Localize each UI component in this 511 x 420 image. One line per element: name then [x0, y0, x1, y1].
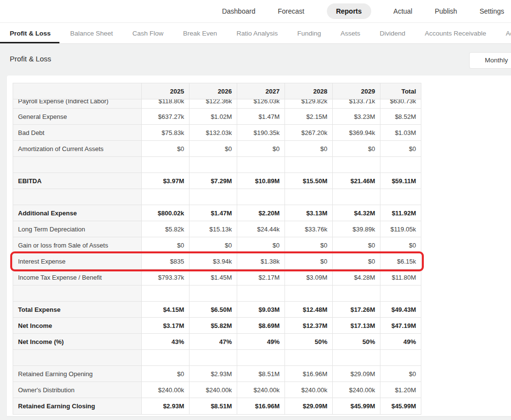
cell-2028: $33.76k	[285, 221, 333, 237]
row-label: Amortization of Current Assets	[13, 141, 142, 157]
cell-2026	[189, 157, 237, 173]
cell-2027	[237, 286, 285, 302]
cell-total: $11.92M	[380, 205, 421, 221]
cell-total: $1.03M	[380, 125, 421, 141]
nav-item-actual[interactable]: Actual	[394, 3, 413, 19]
cell-2026: $0	[189, 237, 237, 253]
cell-2025: $0	[142, 366, 189, 382]
tab-balance-sheet[interactable]: Balance Sheet	[70, 23, 113, 43]
cell-2028: $0	[285, 253, 333, 269]
cell-total: 49%	[380, 334, 421, 350]
cell-2029: $3.23M	[333, 109, 380, 125]
cell-2027: $8.51M	[237, 366, 285, 382]
cell-total: $119.05k	[380, 221, 421, 237]
cell-2026: $5.82M	[189, 318, 237, 334]
cell-2027	[237, 157, 285, 173]
cell-2029: $0	[333, 237, 380, 253]
column-header-2025: 2025	[142, 83, 189, 99]
table-spacer-row	[13, 286, 421, 302]
cell-2029: $240.00k	[333, 382, 380, 398]
profit-loss-table: 20252026202720282029TotalPayroll Expense…	[13, 83, 421, 415]
table-row: Payroll Expense (Indirect Labor)$118.80k…	[13, 99, 421, 109]
cell-2026: $240.00k	[189, 382, 237, 398]
table-spacer-row	[13, 189, 421, 205]
period-selector-button[interactable]: Monthly	[469, 52, 511, 69]
cell-2026: $132.03k	[189, 125, 237, 141]
tab-dividend[interactable]: Dividend	[380, 23, 406, 43]
cell-2029: $4.32M	[333, 205, 380, 221]
nav-item-settings[interactable]: Settings	[479, 3, 504, 19]
cell-2025	[142, 189, 189, 205]
cell-2025: $0	[142, 141, 189, 157]
cell-total: $59.11M	[380, 173, 421, 189]
cell-2028: $0	[285, 141, 333, 157]
nav-item-reports[interactable]: Reports	[327, 3, 371, 19]
tab-cash-flow[interactable]: Cash Flow	[132, 23, 164, 43]
tab-accounts-receivable[interactable]: Accounts Receivable	[425, 23, 486, 43]
column-header-2026: 2026	[189, 83, 237, 99]
cell-2029: $39.89k	[333, 221, 380, 237]
cell-2028: $3.09M	[285, 269, 333, 286]
cell-2025: $75.83k	[142, 125, 189, 141]
cell-2027: 49%	[237, 334, 285, 350]
cell-2025: $3.17M	[142, 318, 189, 334]
cell-2026: $6.50M	[189, 302, 237, 318]
row-label: Additional Expense	[13, 205, 142, 221]
cell-total: $0	[380, 141, 421, 157]
cell-total: $45.99M	[380, 398, 421, 414]
cell-2028: $2.15M	[285, 109, 333, 125]
cell-2028: $16.96M	[285, 366, 333, 382]
cell-2028: $29.09M	[285, 398, 333, 414]
column-header-blank	[13, 83, 142, 99]
cell-2027: $9.03M	[237, 302, 285, 318]
cell-2026: $122.36k	[189, 99, 237, 109]
cell-2029: $0	[333, 141, 380, 157]
row-label: Net Income (%)	[13, 334, 142, 350]
cell-2029: $45.99M	[333, 398, 380, 414]
cell-total: $6.15k	[380, 253, 421, 269]
nav-item-forecast[interactable]: Forecast	[278, 3, 304, 19]
nav-item-dashboard[interactable]: Dashboard	[222, 3, 256, 19]
tab-funding[interactable]: Funding	[297, 23, 321, 43]
row-label: Retained Earning Opening	[13, 366, 142, 382]
cell-2027: $126.03k	[237, 99, 285, 109]
table-row: Retained Earning Opening$0$2.93M$8.51M$1…	[13, 366, 421, 382]
cell-total	[380, 286, 421, 302]
table-row: Bad Debt$75.83k$132.03k$190.35k$267.20k$…	[13, 125, 421, 141]
tab-assets[interactable]: Assets	[341, 23, 360, 43]
table-spacer-row	[13, 350, 421, 366]
cell-2027: $16.96M	[237, 398, 285, 414]
cell-2026	[189, 189, 237, 205]
cell-2029	[333, 286, 380, 302]
cell-2025: $118.80k	[142, 99, 189, 109]
table-row: Long Term Depreciation$5.82k$15.13k$24.4…	[13, 221, 421, 237]
row-label: Gain or loss from Sale of Assets	[13, 237, 142, 253]
cell-2025: $0	[142, 237, 189, 253]
cell-total: $47.19M	[380, 318, 421, 334]
cell-2026: $15.13k	[189, 221, 237, 237]
row-label: General Expense	[13, 109, 142, 125]
cell-2026: $1.45M	[189, 269, 237, 286]
cell-2025: 43%	[142, 334, 189, 350]
row-label: Income Tax Expense / Benefit	[13, 269, 142, 286]
cell-2029: $17.13M	[333, 318, 380, 334]
row-label: Long Term Depreciation	[13, 221, 142, 237]
nav-item-publish[interactable]: Publish	[435, 3, 457, 19]
cell-2029: $0	[333, 253, 380, 269]
cell-2029	[333, 350, 380, 366]
tab-ratio-analysis[interactable]: Ratio Analysis	[236, 23, 278, 43]
column-header-total: Total	[380, 83, 421, 99]
tab-profit-and-loss[interactable]: Profit & Loss	[10, 23, 51, 43]
cell-2025: $637.27k	[142, 109, 189, 125]
row-label: Owner's Distribution	[13, 382, 142, 398]
cell-2028: $129.82k	[285, 99, 333, 109]
report-card: 20252026202720282029TotalPayroll Expense…	[7, 76, 511, 416]
table-row: Retained Earning Closing$2.93M$8.51M$16.…	[13, 398, 421, 414]
cell-2028: $0	[285, 237, 333, 253]
tab-break-even[interactable]: Break Even	[183, 23, 217, 43]
tab-accounts-payable-truncated[interactable]: Accounts	[506, 23, 511, 43]
cell-2026: $3.94k	[189, 253, 237, 269]
cell-2025	[142, 350, 189, 366]
cell-2026	[189, 350, 237, 366]
row-label	[13, 157, 142, 173]
